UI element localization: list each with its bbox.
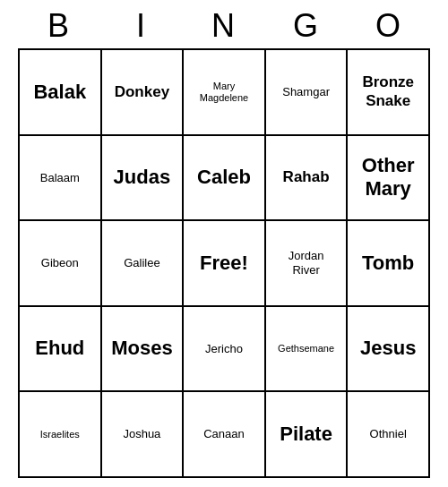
cell-text: Jericho — [205, 342, 243, 356]
cell-1-1: Judas — [101, 135, 184, 221]
cell-text: Gibeon — [41, 256, 79, 270]
cell-text: Jesus — [360, 337, 416, 360]
cell-text: MaryMagdelene — [200, 81, 248, 104]
title-i: I — [108, 7, 176, 45]
cell-3-0: Ehud — [19, 306, 101, 392]
cell-2-2: Free! — [183, 220, 265, 306]
cell-text: Free! — [200, 252, 248, 275]
cell-2-3: JordanRiver — [265, 220, 348, 306]
bingo-grid: BalakDonkeyMaryMagdeleneShamgarBronzeSna… — [18, 48, 430, 478]
cell-0-1: Donkey — [101, 49, 184, 135]
cell-text: Balak — [33, 81, 86, 104]
cell-text: Gethsemane — [278, 343, 334, 355]
cell-text: OtherMary — [362, 154, 415, 201]
cell-text: Balaam — [40, 171, 80, 185]
cell-1-3: Rahab — [265, 135, 348, 221]
cell-0-0: Balak — [19, 49, 101, 135]
title-o: O — [355, 7, 423, 45]
cell-3-3: Gethsemane — [265, 306, 348, 392]
cell-text: Caleb — [197, 166, 251, 189]
cell-text: Moses — [111, 337, 172, 360]
cell-text: BronzeSnake — [362, 73, 414, 110]
title-g: G — [272, 7, 340, 45]
cell-text: Othniel — [370, 427, 407, 441]
cell-text: Judas — [114, 166, 171, 189]
cell-text: Galilee — [124, 256, 159, 270]
cell-4-4: Othniel — [347, 391, 429, 477]
cell-text: Donkey — [115, 83, 169, 101]
cell-2-0: Gibeon — [19, 220, 101, 306]
cell-2-1: Galilee — [101, 220, 184, 306]
bingo-title: B I N G O — [18, 0, 430, 48]
cell-2-4: Tomb — [347, 220, 429, 306]
cell-0-2: MaryMagdelene — [183, 49, 265, 135]
cell-text: Rahab — [283, 168, 330, 186]
cell-text: Israelites — [40, 429, 80, 440]
cell-text: Joshua — [123, 427, 160, 441]
cell-1-0: Balaam — [19, 135, 101, 221]
title-n: N — [190, 7, 258, 45]
cell-text: Shamgar — [282, 85, 330, 99]
cell-text: Pilate — [280, 423, 332, 446]
cell-4-3: Pilate — [265, 391, 348, 477]
cell-4-1: Joshua — [101, 391, 184, 477]
cell-0-3: Shamgar — [265, 49, 348, 135]
cell-0-4: BronzeSnake — [347, 49, 429, 135]
cell-4-0: Israelites — [19, 391, 101, 477]
cell-1-2: Caleb — [183, 135, 265, 221]
cell-1-4: OtherMary — [347, 135, 429, 221]
cell-3-4: Jesus — [347, 306, 429, 392]
cell-4-2: Canaan — [183, 391, 265, 477]
cell-text: Ehud — [35, 337, 84, 360]
cell-3-1: Moses — [101, 306, 184, 392]
cell-text: JordanRiver — [289, 249, 324, 277]
title-b: B — [25, 7, 93, 45]
cell-text: Tomb — [362, 252, 414, 275]
cell-text: Canaan — [203, 427, 245, 441]
cell-3-2: Jericho — [183, 306, 265, 392]
